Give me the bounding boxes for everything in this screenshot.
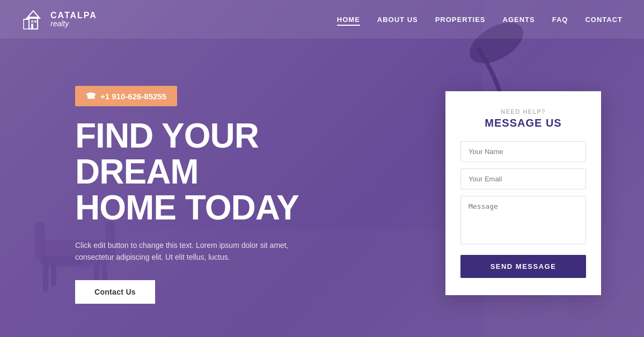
phone-badge[interactable]: ☎ +1 910-626-85255 (75, 86, 177, 106)
hero-content: ☎ +1 910-626-85255 FIND YOUR DREAM HOME … (75, 86, 376, 304)
phone-icon: ☎ (86, 91, 96, 101)
email-input[interactable] (460, 169, 586, 189)
nav-link-properties[interactable]: PROPERTIES (435, 16, 486, 24)
contact-us-button[interactable]: Contact Us (75, 280, 155, 304)
nav-link-faq[interactable]: FAQ (552, 16, 568, 24)
svg-rect-17 (31, 24, 33, 29)
nav-item-about[interactable]: ABOUT US (377, 14, 418, 24)
logo-icon (21, 8, 45, 31)
nav-link-home[interactable]: HOME (337, 16, 360, 26)
logo-brand-name: CATALPA (50, 11, 97, 20)
nav-link-contact[interactable]: CONTACT (585, 16, 623, 24)
logo-brand-sub: realty (50, 20, 97, 28)
form-subtitle: NEED HELP? (460, 108, 586, 115)
nav-item-agents[interactable]: AGENTS (503, 14, 535, 24)
hero-description: Click edit button to change this text. L… (75, 239, 301, 263)
svg-rect-19 (24, 19, 29, 29)
svg-rect-15 (31, 20, 33, 23)
nav-link-about[interactable]: ABOUT US (377, 16, 418, 24)
send-message-button[interactable]: SEND MESSAGE (460, 255, 586, 278)
hero-section: CATALPA realty HOME ABOUT US PROPERTIES … (0, 0, 644, 337)
svg-rect-16 (34, 20, 36, 23)
nav-item-contact[interactable]: CONTACT (585, 14, 623, 24)
name-input[interactable] (460, 141, 586, 162)
hero-title-line1: FIND YOUR DREAM (75, 116, 259, 191)
nav-item-home[interactable]: HOME (337, 14, 360, 24)
logo[interactable]: CATALPA realty (21, 8, 97, 31)
logo-text: CATALPA realty (50, 11, 97, 28)
hero-title-line2: HOME TODAY (75, 188, 299, 227)
phone-number: +1 910-626-85255 (100, 92, 166, 101)
hero-title: FIND YOUR DREAM HOME TODAY (75, 118, 376, 226)
navbar: CATALPA realty HOME ABOUT US PROPERTIES … (0, 0, 644, 39)
contact-form-card: NEED HELP? MESSAGE US SEND MESSAGE (445, 91, 601, 295)
nav-links: HOME ABOUT US PROPERTIES AGENTS FAQ CONT… (337, 14, 623, 24)
message-input[interactable] (460, 196, 586, 244)
nav-item-faq[interactable]: FAQ (552, 14, 568, 24)
nav-link-agents[interactable]: AGENTS (503, 16, 535, 24)
nav-item-properties[interactable]: PROPERTIES (435, 14, 486, 24)
form-title: MESSAGE US (460, 117, 586, 129)
